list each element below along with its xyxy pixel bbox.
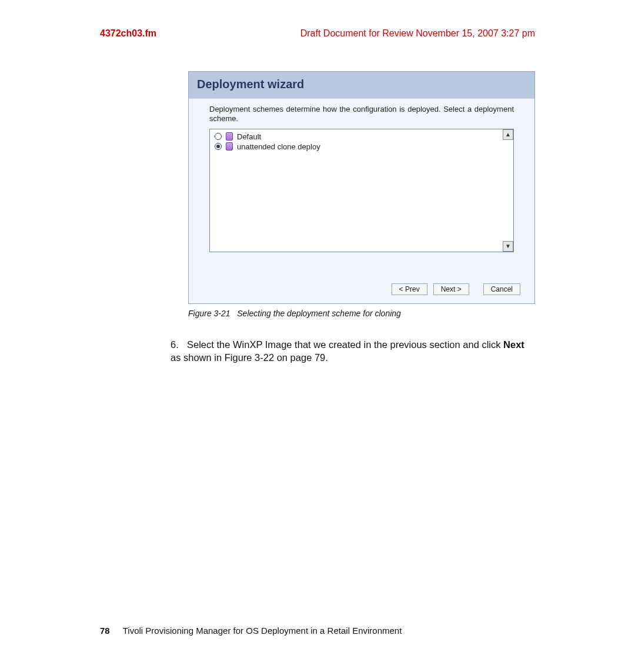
figure-3-21: Deployment wizard Deployment schemes det… [188, 71, 535, 318]
page-number: 78 [100, 626, 110, 636]
next-button[interactable]: Next > [433, 283, 469, 295]
figure-caption-label: Figure 3-21 [188, 309, 230, 318]
step-number: 6. [171, 338, 187, 351]
figure-caption-text: Selecting the deployment scheme for clon… [237, 309, 401, 318]
book-title: Tivoli Provisioning Manager for OS Deplo… [123, 626, 402, 636]
cancel-button[interactable]: Cancel [483, 283, 520, 295]
scheme-icon [226, 142, 233, 151]
scheme-option-unattended-clone-deploy[interactable]: unattended clone deploy [215, 142, 502, 152]
running-header: 4372ch03.fm Draft Document for Review No… [100, 28, 535, 39]
radio-icon[interactable] [215, 143, 222, 150]
instruction-step-6: 6.Select the WinXP Image that we created… [171, 338, 535, 365]
step-text-part2: as shown in Figure 3-22 on page 79. [171, 352, 328, 363]
prev-button[interactable]: < Prev [392, 283, 427, 295]
deployment-scheme-list[interactable]: Default unattended clone deploy ▲ ▼ [209, 129, 514, 252]
page-footer: 78 Tivoli Provisioning Manager for OS De… [100, 626, 402, 636]
deployment-wizard-dialog: Deployment wizard Deployment schemes det… [188, 71, 535, 304]
scheme-icon [226, 132, 233, 141]
wizard-footer: < Prev Next > Cancel [189, 276, 534, 303]
header-filename: 4372ch03.fm [100, 28, 156, 39]
figure-caption: Figure 3-21 Selecting the deployment sch… [188, 309, 535, 318]
step-text-part1: Select the WinXP Image that we created i… [187, 339, 503, 350]
wizard-body: Deployment schemes determine how the con… [189, 99, 534, 276]
wizard-title: Deployment wizard [189, 72, 534, 99]
scroll-up-icon[interactable]: ▲ [503, 129, 513, 140]
scheme-label: Default [237, 132, 261, 141]
radio-icon[interactable] [215, 133, 222, 140]
scheme-option-default[interactable]: Default [215, 132, 502, 142]
document-page: 4372ch03.fm Draft Document for Review No… [0, 0, 635, 672]
scheme-label: unattended clone deploy [237, 142, 320, 151]
header-draft-note: Draft Document for Review November 15, 2… [300, 28, 535, 39]
step-text-bold: Next [503, 339, 524, 350]
scroll-down-icon[interactable]: ▼ [503, 241, 513, 252]
wizard-description: Deployment schemes determine how the con… [209, 105, 514, 124]
